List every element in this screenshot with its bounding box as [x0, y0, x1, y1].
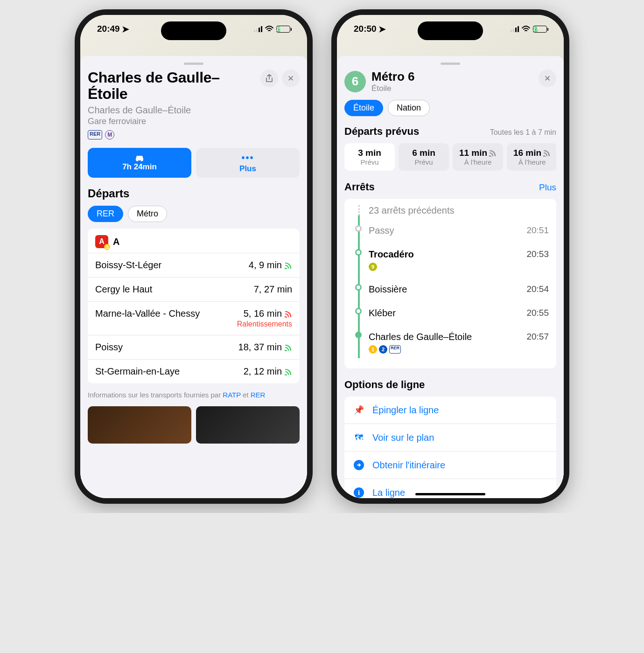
line-title: Métro 6	[371, 69, 414, 84]
map-icon: 🗺	[353, 431, 365, 444]
rer-badge: RER	[88, 130, 102, 139]
photo-1[interactable]	[88, 406, 191, 444]
battery-level: 25	[277, 27, 280, 32]
direction-nation[interactable]: Nation	[388, 100, 430, 116]
stop-time: 20:54	[526, 284, 549, 294]
stop-connections: 9	[369, 263, 526, 271]
sheet-grabber[interactable]	[184, 63, 203, 65]
connection-badge: 2	[379, 345, 387, 354]
destination-name: Poissy	[95, 342, 123, 353]
departure-minutes: 16 min	[511, 148, 553, 158]
bottom-sheet[interactable]: 6 Métro 6 Étoile ✕ Étoile Nation Départs…	[337, 56, 564, 498]
departure-minutes: 6 min	[402, 148, 445, 158]
tab-metro[interactable]: Métro	[128, 206, 167, 222]
close-button[interactable]: ✕	[282, 69, 300, 87]
station-area: Charles de Gaulle–Étoile	[88, 105, 257, 116]
stop-name: Kléber	[369, 308, 526, 319]
ratp-link[interactable]: RATP	[223, 391, 241, 399]
svg-point-0	[136, 160, 138, 161]
stop-row[interactable]: Kléber20:55	[352, 301, 549, 325]
view-on-map-button[interactable]: 🗺 Voir sur le plan	[344, 424, 556, 452]
departure-card[interactable]: 3 minPrévu	[344, 143, 395, 171]
destination-row[interactable]: Poissy18, 37 min	[88, 335, 300, 359]
get-directions-button[interactable]: Obtenir l'itinéraire	[344, 452, 556, 479]
stops-more-link[interactable]: Plus	[539, 182, 556, 193]
destination-eta: 18, 37 min	[238, 342, 292, 353]
svg-point-1	[141, 160, 143, 161]
stop-row[interactable]: Passy20:51	[352, 219, 549, 243]
destination-row[interactable]: St-Germain-en-Laye2, 12 min	[88, 359, 300, 383]
photo-2[interactable]	[196, 406, 300, 444]
stop-row[interactable]: Boissière20:54	[352, 278, 549, 301]
more-button[interactable]: ••• Plus	[196, 148, 300, 178]
car-icon	[134, 154, 145, 161]
destination-eta: 4, 9 min	[249, 260, 292, 271]
tab-rer[interactable]: RER	[88, 206, 123, 222]
info-icon: i	[353, 486, 365, 498]
destination-status: Ralentissements	[237, 320, 292, 328]
stop-name: Passy	[369, 225, 526, 236]
stops-card: 23 arrêts précédents Passy20:51Trocadéro…	[344, 199, 556, 368]
destination-row[interactable]: Marne-la-Vallée - Chessy5, 16 minRalenti…	[88, 301, 300, 335]
cellular-icon	[254, 26, 262, 32]
more-label: Plus	[239, 164, 256, 174]
destination-name: Cergy le Haut	[95, 284, 152, 295]
share-button[interactable]	[260, 69, 278, 87]
destination-eta: 7, 27 min	[254, 284, 292, 295]
rer-link[interactable]: RER	[251, 391, 266, 399]
station-title: Charles de Gaulle–Étoile	[88, 69, 257, 102]
line-name: A	[113, 236, 119, 247]
notch	[418, 21, 483, 40]
line-subtitle: Étoile	[371, 84, 414, 93]
svg-text:i: i	[358, 489, 360, 496]
departure-status: À l'heure	[456, 158, 499, 166]
status-time: 20:49	[97, 24, 120, 34]
departure-card[interactable]: 11 minÀ l'heure	[453, 143, 503, 171]
location-icon: ➤	[378, 24, 386, 35]
stop-name: Charles de Gaulle–Étoile	[369, 332, 526, 342]
departure-status: Prévu	[402, 158, 445, 166]
sheet-grabber[interactable]	[441, 63, 460, 65]
destination-row[interactable]: Cergy le Haut7, 27 min	[88, 277, 300, 301]
stop-row[interactable]: Charles de Gaulle–Étoile12RER20:57	[352, 325, 549, 360]
stop-connections: 12RER	[369, 345, 526, 354]
departure-minutes: 11 min	[456, 148, 499, 158]
options-title: Options de ligne	[344, 379, 556, 391]
screen-left: 20:49 ➤ 25 Charles de Gaulle–Étoile Char…	[80, 15, 307, 498]
stop-time: 20:51	[526, 225, 549, 236]
direction-etoile[interactable]: Étoile	[344, 100, 383, 116]
bottom-sheet[interactable]: Charles de Gaulle–Étoile Charles de Gaul…	[80, 56, 307, 498]
destination-eta: 5, 16 min	[237, 308, 292, 319]
departures-title: Départs prévus	[344, 125, 419, 138]
directions-icon	[353, 459, 365, 471]
phone-right: 20:50 ➤ 27 6 Métro 6 Étoile	[331, 9, 569, 504]
close-button[interactable]: ✕	[539, 69, 556, 87]
rer-badge: RER	[389, 345, 401, 354]
destination-row[interactable]: Boissy-St-Léger4, 9 min	[88, 253, 300, 277]
destination-name: Marne-la-Vallée - Chessy	[95, 308, 200, 319]
stop-dot	[355, 225, 362, 232]
departure-minutes: 3 min	[348, 148, 391, 158]
wifi-icon	[265, 26, 273, 32]
stop-time: 20:53	[526, 249, 549, 259]
line-6-badge: 6	[344, 71, 366, 92]
departure-card[interactable]: 16 minÀ l'heure	[507, 143, 556, 171]
metro-badge: M	[105, 130, 114, 139]
stop-name: Boissière	[369, 284, 526, 295]
stop-dot	[355, 284, 362, 291]
stop-dot	[355, 308, 362, 314]
drive-button[interactable]: 7h 24min	[88, 148, 191, 178]
home-indicator[interactable]	[415, 493, 485, 495]
phone-left: 20:49 ➤ 25 Charles de Gaulle–Étoile Char…	[75, 9, 313, 504]
connection-badge: 1	[369, 345, 377, 354]
connection-badge: 9	[369, 263, 377, 271]
stop-row[interactable]: Trocadéro920:53	[352, 243, 549, 278]
departure-card[interactable]: 6 minPrévu	[399, 143, 449, 171]
options-card: 📌 Épingler la ligne 🗺 Voir sur le plan O…	[344, 396, 556, 498]
departures-frequency: Toutes les 1 à 7 min	[490, 128, 556, 137]
stop-time: 20:57	[526, 332, 549, 342]
pin-line-button[interactable]: 📌 Épingler la ligne	[344, 396, 556, 424]
ellipsis-icon: •••	[241, 153, 254, 163]
line-header[interactable]: A A	[88, 229, 300, 253]
previous-stops-label[interactable]: 23 arrêts précédents	[369, 205, 549, 216]
